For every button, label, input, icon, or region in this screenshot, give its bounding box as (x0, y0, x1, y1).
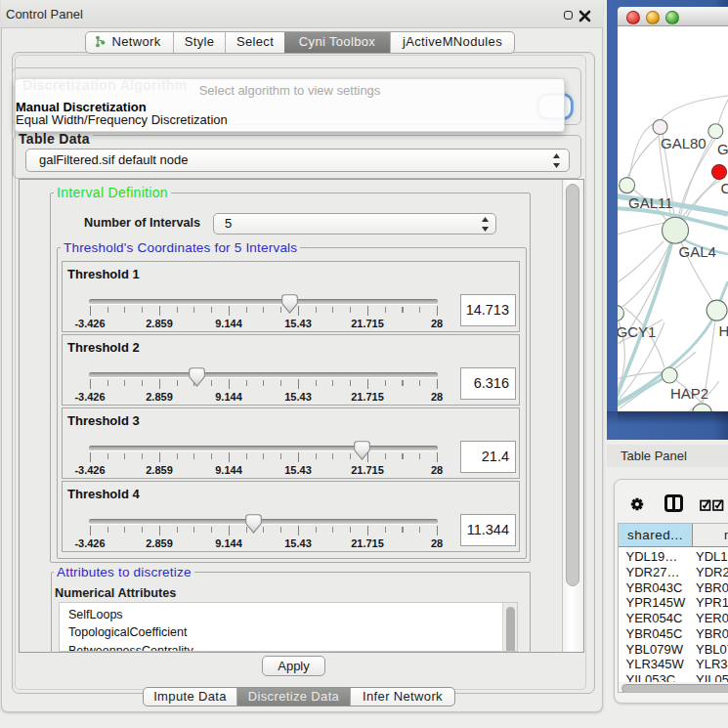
svg-text:GAL80: GAL80 (661, 135, 707, 151)
svg-text:GAL11: GAL11 (628, 194, 673, 211)
svg-text:C: C (721, 180, 728, 196)
svg-text:H: H (719, 322, 728, 339)
svg-text:GAL4: GAL4 (679, 243, 716, 260)
svg-text:GA: GA (717, 141, 728, 157)
svg-text:GCY1: GCY1 (618, 323, 656, 340)
svg-text:HAP2: HAP2 (670, 385, 708, 402)
